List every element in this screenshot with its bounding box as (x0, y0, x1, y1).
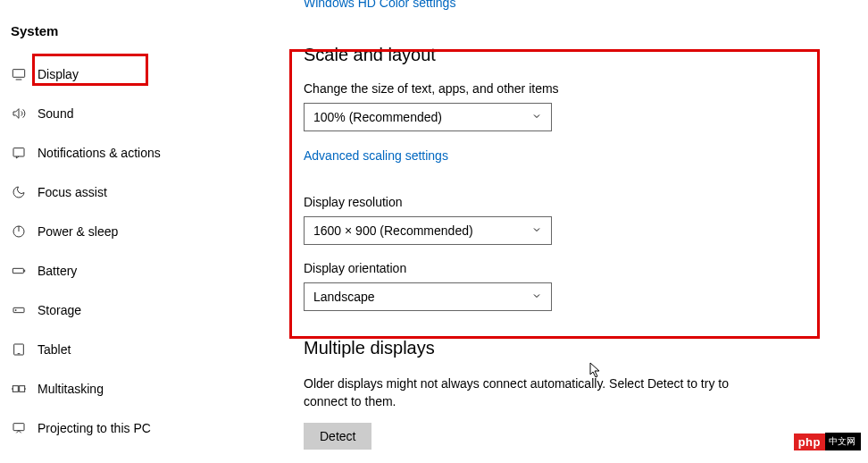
display-icon (11, 66, 27, 82)
projecting-icon (11, 420, 27, 436)
svg-rect-6 (13, 268, 23, 273)
watermark-black: 中文网 (825, 433, 861, 450)
watermark: php 中文网 (794, 433, 861, 450)
resolution-value: 1600 × 900 (Recommended) (313, 223, 473, 238)
chevron-down-icon (531, 110, 542, 124)
power-icon (11, 223, 27, 240)
svg-rect-12 (13, 386, 18, 392)
svg-rect-13 (20, 386, 25, 392)
tablet-icon (11, 341, 27, 358)
sidebar-item-label: Power & sleep (38, 224, 118, 239)
sidebar-item-focus-assist[interactable]: Focus assist (0, 173, 267, 212)
sidebar-item-notifications[interactable]: Notifications & actions (0, 133, 267, 173)
svg-point-9 (15, 309, 16, 310)
storage-icon (11, 302, 27, 318)
sidebar-item-label: Storage (38, 303, 81, 317)
sound-icon (11, 105, 27, 122)
sidebar-item-storage[interactable]: Storage (0, 290, 267, 330)
chevron-down-icon (531, 223, 542, 238)
multitasking-icon (11, 381, 27, 397)
sidebar-title: System (0, 18, 267, 55)
orientation-value: Landscape (313, 290, 375, 304)
text-size-label: Change the size of text, apps, and other… (304, 81, 868, 96)
sidebar-item-label: Multitasking (38, 382, 104, 396)
sidebar-item-projecting[interactable]: Projecting to this PC (0, 408, 267, 448)
battery-icon (11, 263, 27, 279)
sidebar-item-label: Projecting to this PC (38, 421, 151, 435)
sidebar-item-label: Focus assist (38, 185, 107, 199)
text-size-value: 100% (Recommended) (313, 110, 442, 124)
focus-assist-icon (11, 184, 27, 200)
hdr-color-section: Windows HD Color settings (304, 0, 868, 11)
watermark-red: php (794, 434, 825, 450)
sidebar-item-label: Battery (38, 264, 77, 278)
sidebar-item-label: Notifications & actions (38, 146, 161, 160)
multiple-displays-heading: Multiple displays (304, 338, 868, 358)
sidebar-item-tablet[interactable]: Tablet (0, 330, 267, 369)
text-size-dropdown[interactable]: 100% (Recommended) (304, 103, 552, 131)
sidebar-item-battery[interactable]: Battery (0, 251, 267, 290)
svg-rect-0 (13, 70, 24, 78)
sidebar-item-multitasking[interactable]: Multitasking (0, 369, 267, 408)
svg-marker-2 (13, 109, 19, 119)
sidebar-item-label: Sound (38, 106, 73, 121)
scale-layout-heading: Scale and layout (304, 45, 868, 65)
detect-button[interactable]: Detect (304, 423, 371, 450)
sidebar: System Display Sound Notifications & act… (0, 0, 268, 463)
sidebar-item-display[interactable]: Display (0, 55, 267, 94)
multiple-displays-desc: Older displays might not always connect … (304, 375, 768, 410)
advanced-scaling-link[interactable]: Advanced scaling settings (304, 148, 448, 163)
sidebar-item-sound[interactable]: Sound (0, 94, 267, 133)
main-content: Windows HD Color settings Scale and layo… (268, 0, 868, 463)
svg-rect-16 (13, 424, 24, 431)
notifications-icon (11, 145, 27, 161)
sidebar-item-label: Display (38, 67, 79, 81)
sidebar-item-label: Tablet (38, 342, 71, 357)
orientation-dropdown[interactable]: Landscape (304, 282, 552, 311)
hd-color-link[interactable]: Windows HD Color settings (304, 0, 455, 10)
sidebar-item-power-sleep[interactable]: Power & sleep (0, 212, 267, 251)
resolution-dropdown[interactable]: 1600 × 900 (Recommended) (304, 216, 552, 245)
svg-rect-3 (13, 148, 24, 156)
chevron-down-icon (531, 290, 542, 304)
orientation-label: Display orientation (304, 261, 868, 275)
resolution-label: Display resolution (304, 195, 868, 209)
